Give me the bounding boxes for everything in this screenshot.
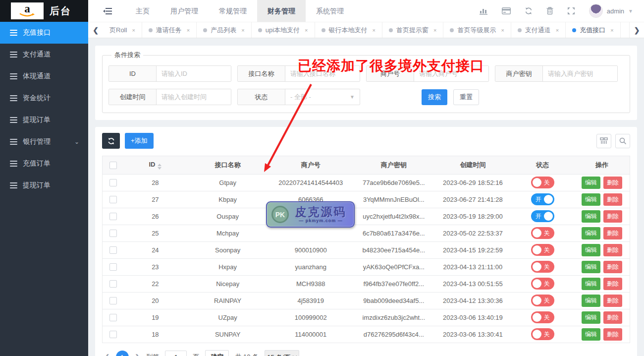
close-icon[interactable]: × — [433, 27, 436, 33]
nav-item-系统管理[interactable]: 系统管理 — [306, 0, 354, 22]
sidebar-item-充值接口[interactable]: 充值接口 — [0, 22, 88, 44]
delete-button[interactable]: 删除 — [603, 295, 622, 307]
sidebar-item-充值订单[interactable]: 充值订单 — [0, 153, 88, 175]
close-icon[interactable]: × — [610, 27, 613, 33]
select-all-checkbox[interactable] — [109, 162, 117, 169]
search-zoom-icon[interactable] — [615, 134, 630, 148]
row-checkbox[interactable] — [109, 179, 117, 186]
edit-button[interactable]: 编辑 — [582, 295, 600, 307]
tab-首页提示窗[interactable]: 首页提示窗× — [382, 22, 443, 38]
status-select[interactable]: - 全部 -▼ — [285, 89, 360, 105]
sidebar-item-提现订单[interactable]: 提现订单 — [0, 175, 88, 196]
edit-button[interactable]: 编辑 — [582, 328, 600, 341]
status-toggle[interactable]: 开 — [531, 210, 554, 222]
status-toggle[interactable]: 关 — [531, 328, 554, 340]
edit-button[interactable]: 编辑 — [582, 227, 600, 239]
refresh-button[interactable] — [102, 133, 120, 149]
edit-button[interactable]: 编辑 — [582, 311, 600, 324]
close-icon[interactable]: × — [132, 27, 135, 33]
row-checkbox[interactable] — [109, 297, 117, 304]
delete-button[interactable]: 删除 — [603, 177, 622, 189]
status-toggle[interactable]: 关 — [531, 177, 554, 188]
status-toggle[interactable]: 关 — [531, 278, 554, 290]
delete-button[interactable]: 删除 — [603, 210, 622, 223]
tab-支付通道[interactable]: 支付通道× — [511, 22, 566, 38]
tab-充值接口[interactable]: 充值接口× — [566, 22, 620, 38]
close-icon[interactable]: × — [241, 27, 244, 33]
status-toggle[interactable]: 关 — [531, 244, 554, 256]
search-input-ID[interactable] — [157, 66, 231, 81]
edit-button[interactable]: 编辑 — [582, 261, 600, 273]
delete-button[interactable]: 删除 — [603, 261, 622, 273]
columns-toggle-icon[interactable] — [596, 134, 611, 148]
tab-首页等级展示[interactable]: 首页等级展示× — [443, 22, 511, 38]
nav-item-财务管理[interactable]: 财务管理 — [257, 0, 306, 22]
fullscreen-icon[interactable] — [567, 7, 575, 15]
delete-button[interactable]: 删除 — [603, 193, 622, 206]
row-checkbox[interactable] — [109, 246, 117, 254]
menu-fold-icon[interactable] — [103, 7, 112, 15]
goto-confirm-button[interactable]: 确定 — [205, 350, 229, 356]
row-checkbox[interactable] — [109, 263, 117, 271]
row-checkbox[interactable] — [109, 331, 117, 338]
edit-button[interactable]: 编辑 — [582, 177, 600, 189]
close-icon[interactable]: × — [305, 27, 308, 33]
search-button[interactable]: 搜索 — [422, 89, 447, 105]
search-input-创建时间[interactable] — [157, 89, 231, 105]
tabs-scroll-right-icon[interactable]: ❯ — [629, 22, 644, 38]
edit-button[interactable]: 编辑 — [582, 244, 600, 256]
goto-page-input[interactable] — [165, 351, 187, 356]
bar-chart-icon[interactable] — [480, 7, 488, 15]
delete-button[interactable]: 删除 — [603, 244, 622, 256]
delete-button[interactable]: 删除 — [603, 311, 622, 324]
prev-page-icon[interactable]: ❮ — [104, 353, 110, 356]
pagination: ❮ 1 ❯ 到第 页 确定 共 10 条 15 条/页 — [102, 350, 630, 356]
add-button[interactable]: +添加 — [125, 133, 154, 149]
delete-button[interactable]: 删除 — [603, 278, 622, 290]
row-checkbox[interactable] — [109, 213, 117, 220]
sort-icon[interactable] — [158, 164, 161, 170]
toggle-label: 关 — [544, 330, 550, 339]
tab-upi本地支付[interactable]: upi本地支付× — [252, 22, 315, 38]
delete-button[interactable]: 删除 — [603, 328, 622, 341]
status-toggle[interactable]: 关 — [531, 295, 554, 306]
edit-button[interactable]: 编辑 — [582, 193, 600, 206]
user-menu[interactable]: admin ▼ — [589, 4, 633, 18]
page-number[interactable]: 1 — [116, 351, 129, 356]
status-toggle[interactable]: 开 — [531, 193, 554, 205]
close-icon[interactable]: × — [187, 27, 190, 33]
next-page-icon[interactable]: ❯ — [135, 353, 141, 356]
nav-item-用户管理[interactable]: 用户管理 — [160, 0, 209, 22]
trash-icon[interactable] — [546, 7, 553, 15]
tab-邀请任务[interactable]: 邀请任务× — [142, 22, 197, 38]
tab-银行本地支付[interactable]: 银行本地支付× — [315, 22, 382, 38]
sidebar-item-银行管理[interactable]: 银行管理⌄ — [0, 131, 88, 153]
tabs-scroll-left-icon[interactable]: ❮ — [88, 22, 103, 38]
nav-item-常规管理[interactable]: 常规管理 — [209, 0, 257, 22]
search-input-商户密钥[interactable] — [543, 66, 617, 81]
refresh-icon[interactable] — [525, 7, 533, 15]
row-checkbox[interactable] — [109, 314, 117, 321]
page-size-select[interactable]: 15 条/页 — [265, 350, 299, 356]
sidebar-item-支付通道[interactable]: 支付通道 — [0, 44, 88, 65]
close-icon[interactable]: × — [501, 27, 504, 33]
close-icon[interactable]: × — [373, 27, 376, 33]
row-checkbox[interactable] — [109, 196, 117, 203]
status-toggle[interactable]: 关 — [531, 261, 554, 273]
status-toggle[interactable]: 关 — [531, 227, 554, 239]
sidebar-item-体现通道[interactable]: 体现通道 — [0, 65, 88, 87]
status-toggle[interactable]: 关 — [531, 311, 554, 323]
tab-页Roll[interactable]: 页Roll× — [103, 22, 142, 38]
edit-button[interactable]: 编辑 — [582, 210, 600, 223]
delete-button[interactable]: 删除 — [603, 227, 622, 239]
row-checkbox[interactable] — [109, 280, 117, 288]
tab-产品列表[interactable]: 产品列表× — [197, 22, 251, 38]
sidebar-item-资金统计[interactable]: 资金统计 — [0, 87, 88, 109]
edit-button[interactable]: 编辑 — [582, 278, 600, 290]
nav-item-主页[interactable]: 主页 — [125, 0, 160, 22]
credit-card-icon[interactable] — [502, 7, 511, 14]
sidebar-item-提现订单[interactable]: 提现订单 — [0, 109, 88, 131]
close-icon[interactable]: × — [556, 27, 559, 33]
reset-button[interactable]: 重置 — [453, 89, 479, 105]
row-checkbox[interactable] — [109, 230, 117, 237]
